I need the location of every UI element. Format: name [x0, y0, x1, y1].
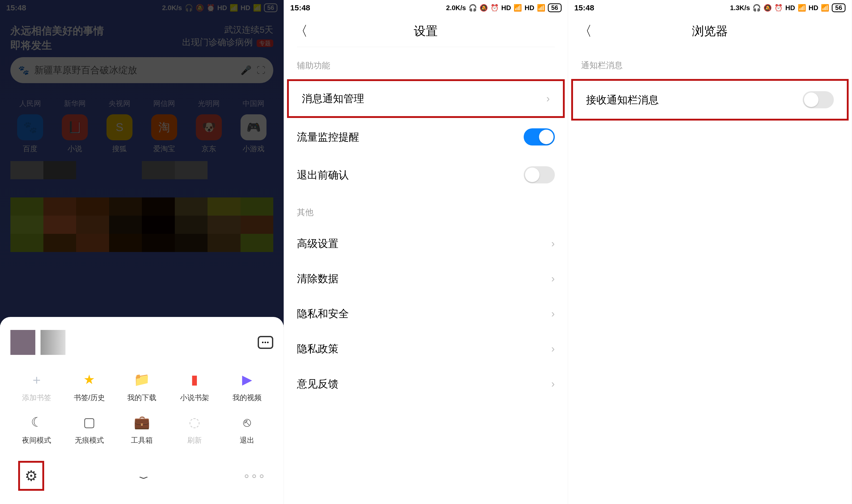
row-data-monitor[interactable]: 流量监控提醒 — [284, 118, 567, 156]
row-label: 意见反馈 — [297, 377, 339, 391]
row-exit-confirm[interactable]: 退出前确认 — [284, 156, 567, 194]
status-time: 15:48 — [574, 3, 594, 12]
battery-icon: 56 — [548, 3, 562, 12]
dnd-icon: 🔕 — [763, 4, 772, 12]
menu-sheet: ＋ 添加书签 ★ 书签/历史 📁 我的下载 ▮ 小说书架 ▶ 我的视频 ☾ 夜间 — [0, 317, 284, 504]
row-label: 接收通知栏消息 — [586, 93, 659, 107]
section-label: 辅助功能 — [284, 47, 567, 79]
sheet-label: 我的视频 — [233, 393, 261, 403]
nav-header: 〈 浏览器 — [568, 16, 852, 47]
section-label: 通知栏消息 — [568, 47, 852, 79]
exit-icon: ⎋ — [238, 413, 256, 431]
toolbox-button[interactable]: 💼 工具箱 — [115, 413, 168, 445]
chevron-right-icon: › — [546, 93, 550, 105]
back-button[interactable]: 〈 — [579, 22, 592, 40]
chevron-right-icon: › — [551, 308, 555, 320]
collapse-icon[interactable]: ⌄ — [135, 471, 152, 481]
signal-icon: 📶 — [513, 4, 522, 12]
user-thumb2[interactable] — [40, 330, 66, 355]
incognito-icon: ▢ — [80, 413, 98, 431]
sheet-label: 无痕模式 — [75, 435, 104, 445]
sheet-label: 退出 — [240, 435, 254, 445]
hd-icon: HD — [501, 4, 511, 12]
status-time: 15:48 — [290, 3, 310, 12]
sheet-label: 工具箱 — [131, 435, 153, 445]
add-bookmark-button[interactable]: ＋ 添加书签 — [11, 371, 63, 403]
toolbox-icon: 💼 — [133, 413, 151, 431]
sheet-label: 我的下载 — [127, 393, 156, 403]
row-notification-mgmt[interactable]: 消息通知管理 › — [287, 79, 564, 118]
back-button[interactable]: 〈 — [294, 22, 308, 40]
plus-icon: ＋ — [28, 371, 46, 389]
row-label: 流量监控提醒 — [297, 130, 359, 144]
row-privacy-security[interactable]: 隐私和安全 › — [284, 296, 567, 331]
row-label: 高级设置 — [297, 236, 339, 251]
row-privacy-policy[interactable]: 隐私政策 › — [284, 331, 567, 366]
my-video-button[interactable]: ▶ 我的视频 — [221, 371, 273, 403]
sheet-label: 夜间模式 — [22, 435, 51, 445]
toggle-exit-confirm[interactable] — [524, 166, 555, 183]
sheet-grid: ＋ 添加书签 ★ 书签/历史 📁 我的下载 ▮ 小说书架 ▶ 我的视频 ☾ 夜间 — [11, 371, 273, 445]
night-mode-button[interactable]: ☾ 夜间模式 — [11, 413, 63, 445]
signal-icon: 📶 — [537, 4, 545, 12]
signal-icon: 📶 — [821, 4, 829, 12]
chevron-right-icon: › — [551, 273, 555, 285]
row-feedback[interactable]: 意见反馈 › — [284, 366, 567, 401]
page-title: 设置 — [414, 23, 438, 39]
status-right: 1.3K/s 🎧 🔕 ⏰ HD 📶 HD 📶 56 — [730, 3, 846, 12]
page-title: 浏览器 — [692, 23, 728, 39]
screen-settings: 15:48 2.0K/s 🎧 🔕 ⏰ HD 📶 HD 📶 56 〈 设置 辅助功… — [284, 0, 568, 504]
incognito-button[interactable]: ▢ 无痕模式 — [63, 413, 115, 445]
dnd-icon: 🔕 — [479, 4, 488, 12]
headphones-icon: 🎧 — [469, 4, 477, 12]
hd-icon: HD — [785, 4, 795, 12]
status-speed: 2.0K/s — [446, 4, 466, 12]
alarm-icon: ⏰ — [774, 4, 783, 12]
book-icon: ▮ — [185, 371, 204, 389]
bookmarks-history-button[interactable]: ★ 书签/历史 — [63, 371, 115, 403]
downloads-button[interactable]: 📁 我的下载 — [115, 371, 168, 403]
nav-header: 〈 设置 — [284, 16, 567, 47]
screen-browser-home: 15:48 2.0K/s 🎧 🔕 ⏰ HD 📶 HD 📶 56 永远相信美好的事… — [0, 0, 284, 504]
hd-icon: HD — [809, 4, 818, 12]
sheet-label: 刷新 — [187, 435, 202, 445]
gear-icon: ⚙ — [25, 468, 38, 484]
chevron-right-icon: › — [551, 343, 555, 355]
refresh-button[interactable]: ◌ 刷新 — [168, 413, 220, 445]
status-right: 2.0K/s 🎧 🔕 ⏰ HD 📶 HD 📶 56 — [446, 3, 561, 12]
share-icon[interactable]: ∘∘∘ — [243, 469, 266, 483]
row-receive-notif[interactable]: 接收通知栏消息 — [571, 79, 849, 121]
row-label: 清除数据 — [297, 271, 339, 286]
toggle-data-monitor[interactable] — [524, 128, 555, 145]
star-icon: ★ — [80, 371, 98, 389]
toggle-receive-notif[interactable] — [803, 91, 834, 108]
sheet-footer: ⚙ ⌄ ∘∘∘ — [11, 461, 273, 491]
signal-icon: 📶 — [798, 4, 806, 12]
row-clear-data[interactable]: 清除数据 › — [284, 261, 567, 296]
sheet-label: 书签/历史 — [74, 393, 105, 403]
user-thumb[interactable] — [11, 330, 35, 355]
status-bar: 15:48 1.3K/s 🎧 🔕 ⏰ HD 📶 HD 📶 56 — [568, 0, 852, 16]
folder-icon: 📁 — [133, 371, 151, 389]
chevron-right-icon: › — [551, 378, 555, 390]
row-label: 隐私和安全 — [297, 307, 349, 321]
play-icon: ▶ — [238, 371, 256, 389]
messages-icon[interactable] — [258, 336, 273, 349]
row-advanced[interactable]: 高级设置 › — [284, 226, 567, 261]
sheet-label: 添加书签 — [22, 393, 51, 403]
refresh-icon: ◌ — [185, 413, 204, 431]
row-label: 隐私政策 — [297, 342, 339, 356]
chevron-right-icon: › — [551, 238, 555, 249]
status-bar: 15:48 2.0K/s 🎧 🔕 ⏰ HD 📶 HD 📶 56 — [284, 0, 567, 16]
settings-button[interactable]: ⚙ — [18, 461, 44, 491]
sheet-header — [11, 330, 273, 355]
alarm-icon: ⏰ — [490, 4, 499, 12]
headphones-icon: 🎧 — [753, 4, 761, 12]
exit-button[interactable]: ⎋ 退出 — [221, 413, 273, 445]
section-label: 其他 — [284, 194, 567, 226]
row-label: 退出前确认 — [297, 168, 349, 182]
bookshelf-button[interactable]: ▮ 小说书架 — [168, 371, 220, 403]
sheet-label: 小说书架 — [180, 393, 209, 403]
moon-icon: ☾ — [28, 413, 46, 431]
battery-icon: 56 — [832, 3, 846, 12]
